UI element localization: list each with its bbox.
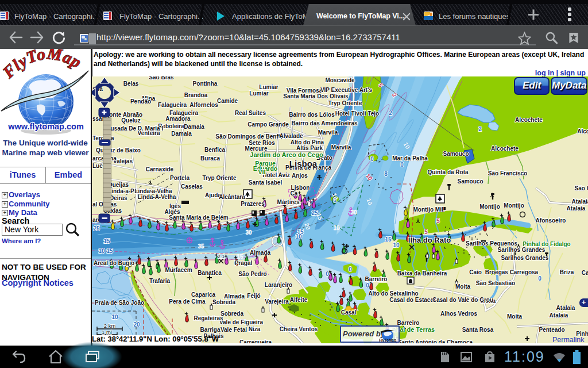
svg-text:São Sebastião: São Sebastião: [476, 280, 515, 286]
svg-text:0: 0: [326, 271, 329, 277]
svg-text:Alcochete: Alcochete: [515, 117, 543, 123]
svg-text:Feijó: Feijó: [247, 293, 260, 299]
svg-text:Alhos Vedros: Alhos Vedros: [440, 310, 477, 317]
svg-text:Real Suites: Real Suites: [235, 110, 266, 116]
svg-text:Bairro dos Lóios: Bairro dos Lóios: [289, 112, 335, 118]
svg-text:5: 5: [424, 229, 428, 235]
svg-text:Amadora: Amadora: [165, 116, 191, 122]
svg-text:FlyToMap: FlyToMap: [379, 338, 396, 343]
svg-text:Damaia: Damaia: [184, 124, 204, 130]
svg-text:0: 0: [370, 156, 374, 162]
svg-text:Afonsoeiro: Afonsoeiro: [536, 217, 566, 224]
svg-text:0: 0: [538, 275, 541, 282]
svg-text:0: 0: [366, 282, 369, 289]
svg-text:2 km: 2 km: [104, 323, 116, 329]
svg-text:Broegas Carregosa: Broegas Carregosa: [485, 269, 539, 275]
svg-text:Vale de Figueira: Vale de Figueira: [219, 319, 264, 325]
svg-text:2: 2: [389, 110, 392, 116]
svg-text:Alcochete: Alcochete: [491, 145, 519, 152]
svg-text:Trafaria: Trafaria: [149, 278, 171, 284]
svg-text:São Pedro: São Pedro: [238, 271, 266, 277]
svg-text:Buraca: Buraca: [200, 155, 220, 162]
svg-text:Mar da Palha: Mar da Palha: [392, 155, 428, 162]
svg-text:0: 0: [349, 266, 352, 273]
svg-text:Lumiar: Lumiar: [249, 90, 268, 97]
svg-text:10: 10: [402, 141, 411, 150]
svg-text:Lumiar: Lumiar: [259, 84, 278, 90]
svg-text:Bairro das Amendoeiras: Bairro das Amendoeiras: [291, 120, 358, 126]
svg-text:Vale Fetal: Vale Fetal: [220, 327, 247, 333]
svg-text:Atalaia: Atalaia: [572, 198, 588, 205]
svg-text:Montijo: Montijo: [479, 204, 500, 210]
svg-text:2: 2: [478, 126, 482, 132]
svg-text:Praia de São João: Praia de São João: [95, 300, 144, 306]
svg-text:Almada: Almada: [250, 250, 271, 256]
svg-text:Montijo: Montijo: [504, 202, 524, 209]
svg-text:2: 2: [391, 92, 399, 98]
svg-text:5: 5: [377, 82, 385, 89]
svg-text:Oeiras: Oeiras: [109, 195, 127, 201]
svg-text:30: 30: [350, 209, 357, 216]
svg-text:Baixa da Banheira: Baixa da Banheira: [397, 270, 447, 277]
svg-text:Portela: Portela: [170, 175, 189, 181]
svg-text:15: 15: [237, 254, 243, 260]
svg-text:15: 15: [385, 236, 392, 243]
svg-text:Tryp Oriente: Tryp Oriente: [328, 100, 362, 106]
svg-text:10: 10: [331, 192, 339, 201]
svg-text:Atalaia: Atalaia: [556, 305, 575, 311]
svg-text:Anjos: Anjos: [292, 172, 308, 179]
svg-text:www.flytomap.com: www.flytomap.com: [7, 122, 84, 131]
svg-text:Sarilhos Grandes: Sarilhos Grandes: [501, 255, 549, 261]
svg-text:Car: Car: [582, 270, 588, 276]
svg-text:Casal: Casal: [341, 309, 357, 316]
svg-text:Santa Isabel: Santa Isabel: [249, 179, 283, 186]
svg-text:Mártires: Mártires: [277, 199, 300, 205]
svg-text:Santo António da Chamoca: Santo António da Chamoca: [398, 339, 473, 343]
svg-text:10: 10: [365, 197, 374, 206]
svg-text:Ca: Ca: [291, 190, 298, 197]
svg-text:10: 10: [295, 233, 302, 240]
svg-text:Regateiras: Regateiras: [194, 315, 223, 321]
svg-text:20: 20: [303, 222, 312, 231]
svg-text:São Francisco: São Francisco: [488, 170, 527, 177]
svg-text:0: 0: [400, 162, 404, 168]
svg-text:Lisboa: Lisboa: [289, 159, 318, 168]
svg-text:Pragal: Pragal: [235, 260, 253, 266]
svg-text:10: 10: [333, 225, 340, 231]
svg-text:Damaia: Damaia: [171, 131, 192, 137]
svg-text:Falagueira: Falagueira: [158, 102, 187, 108]
svg-text:Linda-A-Velha: Linda-A-Velha: [138, 194, 176, 200]
svg-text:Barreiro: Barreiro: [365, 276, 388, 282]
svg-text:Santa Maria Dos Olivais: Santa Maria Dos Olivais: [283, 93, 349, 99]
svg-text:Samouco: Samouco: [443, 151, 469, 157]
svg-text:VII: VII: [258, 168, 266, 175]
svg-text:Alfeite: Alfeite: [290, 297, 308, 303]
svg-text:Pinhal do Fidalgo: Pinhal do Fidalgo: [523, 241, 570, 247]
svg-text:25: 25: [93, 225, 100, 232]
svg-text:Alfornelos: Alfornelos: [189, 102, 218, 108]
svg-text:10 15: 10 15: [98, 248, 113, 254]
svg-text:Murfacem: Murfacem: [165, 267, 192, 273]
svg-text:Hotel Aviz: Hotel Aviz: [262, 172, 290, 178]
svg-text:Alco: Alco: [577, 128, 588, 135]
svg-text:Marvila: Marvila: [331, 144, 351, 151]
svg-text:Niza: Niza: [249, 326, 261, 332]
svg-text:Barriga: Barriga: [200, 327, 220, 333]
svg-text:Venteira: Venteira: [138, 130, 160, 136]
svg-text:35: 35: [198, 243, 204, 250]
svg-text:Sobreda: Sobreda: [220, 310, 243, 317]
svg-text:Casal do Estacal: Casal do Estacal: [389, 297, 435, 303]
svg-text:15: 15: [103, 238, 110, 244]
svg-text:Campo Grande: Campo Grande: [247, 121, 289, 128]
svg-text:Queluz: Queluz: [121, 117, 140, 124]
svg-text:São G: São G: [575, 185, 588, 191]
svg-text:8: 8: [384, 171, 388, 177]
svg-text:Carregueira: Carregueira: [239, 339, 272, 343]
svg-text:Moita: Moita: [455, 283, 471, 290]
svg-text:Pera de Cima: Pera de Cima: [169, 298, 206, 305]
svg-text:Laranjeiro: Laranjeiro: [265, 282, 292, 288]
svg-text:Alto do Seixalinho: Alto do Seixalinho: [368, 290, 418, 297]
svg-text:Queluz de Baixo: Queluz de Baixo: [96, 147, 141, 154]
svg-text:Sarilhos Grandes: Sarilhos Grandes: [498, 247, 546, 253]
svg-text:Tryp Oriente: Tryp Oriente: [203, 175, 237, 181]
